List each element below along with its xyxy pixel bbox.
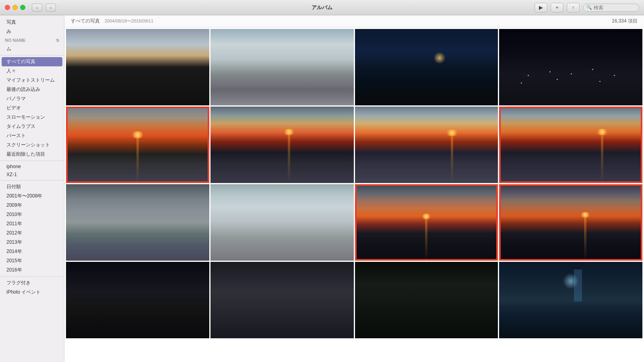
sidebar-label: 人々 — [6, 68, 16, 74]
photo-count: 16,334 項目 — [612, 18, 638, 25]
share-icon: ↑ — [572, 4, 575, 10]
maximize-button[interactable] — [20, 5, 25, 10]
sidebar-label: 最後の読み込み — [6, 86, 40, 93]
photo-cell-p13[interactable] — [66, 262, 209, 338]
sidebar-divider — [0, 55, 64, 56]
traffic-lights — [5, 5, 25, 10]
photo-cell-p11[interactable] — [355, 184, 498, 261]
add-button[interactable]: + — [551, 3, 564, 12]
sidebar-divider-3 — [0, 180, 64, 181]
title-text: アルバム — [312, 4, 332, 10]
sidebar-item-flagged[interactable]: フラグ付き — [0, 278, 64, 288]
sidebar-item-video[interactable]: ビデオ — [0, 103, 64, 113]
sidebar-label: すべての写真 — [6, 58, 35, 65]
content-header: すべての写真 2004/08/18〜2016/09/11 16,334 項目 — [64, 15, 644, 27]
plus-icon: + — [555, 4, 559, 10]
sidebar-item-xz1[interactable]: XZ-1 — [0, 171, 64, 179]
sidebar-item-screenshot[interactable]: スクリーンショット — [0, 140, 64, 150]
back-button[interactable]: ‹ — [32, 4, 42, 12]
sidebar-label: 写真 — [6, 19, 16, 26]
close-button[interactable] — [5, 5, 10, 10]
sidebar-item-photo-stream[interactable]: マイフォトストリーム — [0, 76, 64, 85]
photo-cell-p6[interactable] — [211, 107, 354, 183]
sidebar-item-people[interactable]: 人々 — [0, 66, 64, 76]
sidebar-label: iPhoto イベント — [6, 289, 41, 296]
search-icon: 🔍 — [586, 5, 592, 10]
sidebar-label: iphone — [6, 164, 21, 169]
content-area: すべての写真 2004/08/18〜2016/09/11 16,334 項目 — [64, 15, 644, 362]
photo-cell-p8[interactable] — [499, 107, 642, 183]
sidebar-label: 2001年〜2008年 — [6, 193, 42, 200]
sidebar-label: スクリーンショット — [6, 142, 50, 148]
sidebar-label: タイムラプス — [6, 123, 35, 130]
sidebar-item-last-import[interactable]: 最後の読み込み — [0, 85, 64, 94]
search-box[interactable]: 🔍 — [583, 4, 639, 12]
play-button[interactable]: ▶ — [535, 3, 547, 12]
minimize-button[interactable] — [12, 5, 18, 10]
sidebar-item-recently-deleted[interactable]: 最近削除した項目 — [0, 150, 64, 159]
main-layout: 写真 み NO NAME ⇅ ム すべての写真 人々 マイフォトストリーム 最後… — [0, 15, 644, 362]
sidebar-label: 2009年 — [6, 202, 22, 209]
sidebar-item-iphoto-event[interactable]: iPhoto イベント — [0, 288, 64, 297]
window-title: アルバム — [312, 4, 332, 11]
sidebar-item-iphone[interactable]: iphone — [0, 162, 64, 171]
sidebar-item-2009[interactable]: 2009年 — [0, 201, 64, 210]
photo-cell-p7[interactable] — [355, 107, 498, 183]
sidebar-item-2016[interactable]: 2016年 — [0, 265, 64, 275]
share-button[interactable]: ↑ — [567, 3, 580, 12]
photo-cell-p4[interactable] — [499, 29, 642, 105]
sidebar-item-2013[interactable]: 2013年 — [0, 238, 64, 247]
photo-cell-p16[interactable] — [499, 262, 642, 338]
photo-cell-p12[interactable] — [499, 184, 642, 261]
sidebar-label: 2010年 — [6, 211, 22, 218]
photo-cell-p2[interactable] — [211, 29, 354, 105]
breadcrumb-all-photos: すべての写真 — [71, 18, 100, 25]
sidebar-label: マイフォトストリーム — [6, 77, 55, 84]
photo-cell-p9[interactable] — [66, 184, 209, 261]
sidebar-item-album[interactable]: ム — [0, 44, 64, 53]
photo-grid — [64, 27, 644, 362]
sidebar-no-name-header: NO NAME ⇅ — [0, 36, 64, 44]
sidebar-item-panorama[interactable]: パノラマ — [0, 94, 64, 103]
sidebar-divider-4 — [0, 276, 64, 277]
titlebar-left: ‹ › — [5, 4, 56, 12]
play-icon: ▶ — [539, 4, 543, 10]
sidebar-label: フラグ付き — [6, 280, 31, 286]
sort-icon[interactable]: ⇅ — [56, 38, 59, 43]
photo-cell-p3[interactable] — [355, 29, 498, 105]
sidebar-item-2015[interactable]: 2015年 — [0, 256, 64, 265]
photo-cell-p14[interactable] — [211, 262, 354, 338]
sidebar-label: 2016年 — [6, 267, 22, 274]
no-name-text: NO NAME — [5, 38, 26, 43]
photo-cell-p5[interactable] — [66, 107, 209, 183]
sidebar-item-2001-2008[interactable]: 2001年〜2008年 — [0, 191, 64, 201]
sidebar-item-by-date[interactable]: 日付順 — [0, 182, 64, 191]
sidebar-item-2010[interactable]: 2010年 — [0, 210, 64, 219]
sidebar-item-time-lapse[interactable]: タイムラプス — [0, 122, 64, 131]
search-input[interactable] — [594, 5, 636, 10]
sidebar-item-all-photos[interactable]: すべての写真 — [2, 57, 62, 66]
sidebar-label: 2011年 — [6, 220, 22, 227]
titlebar-right: ▶ + ↑ 🔍 — [535, 3, 639, 12]
sidebar-item-slow-motion[interactable]: スローモーション — [0, 113, 64, 122]
sidebar-label: 2014年 — [6, 248, 22, 255]
sidebar-item-2014[interactable]: 2014年 — [0, 247, 64, 256]
photo-cell-p1[interactable] — [66, 29, 209, 105]
sidebar-item-memories[interactable]: み — [0, 27, 64, 36]
sidebar-item-burst[interactable]: バースト — [0, 131, 64, 140]
sidebar-label: 2012年 — [6, 230, 22, 237]
photo-cell-p15[interactable] — [355, 262, 498, 338]
sidebar-item-photos[interactable]: 写真 — [0, 18, 64, 27]
forward-button[interactable]: › — [45, 4, 56, 12]
sidebar-label: バースト — [6, 132, 26, 139]
breadcrumb: すべての写真 2004/08/18〜2016/09/11 — [71, 18, 153, 25]
titlebar: ‹ › アルバム ▶ + ↑ 🔍 — [0, 0, 644, 15]
sidebar-divider-2 — [0, 160, 64, 161]
sidebar-item-2012[interactable]: 2012年 — [0, 228, 64, 238]
sidebar-item-2011[interactable]: 2011年 — [0, 219, 64, 228]
date-range: 2004/08/18〜2016/09/11 — [105, 18, 153, 24]
sidebar-label: 2013年 — [6, 239, 22, 246]
sidebar-label: 日付順 — [6, 183, 21, 190]
photo-cell-p10[interactable] — [211, 184, 354, 261]
sidebar-label: ビデオ — [6, 105, 21, 111]
